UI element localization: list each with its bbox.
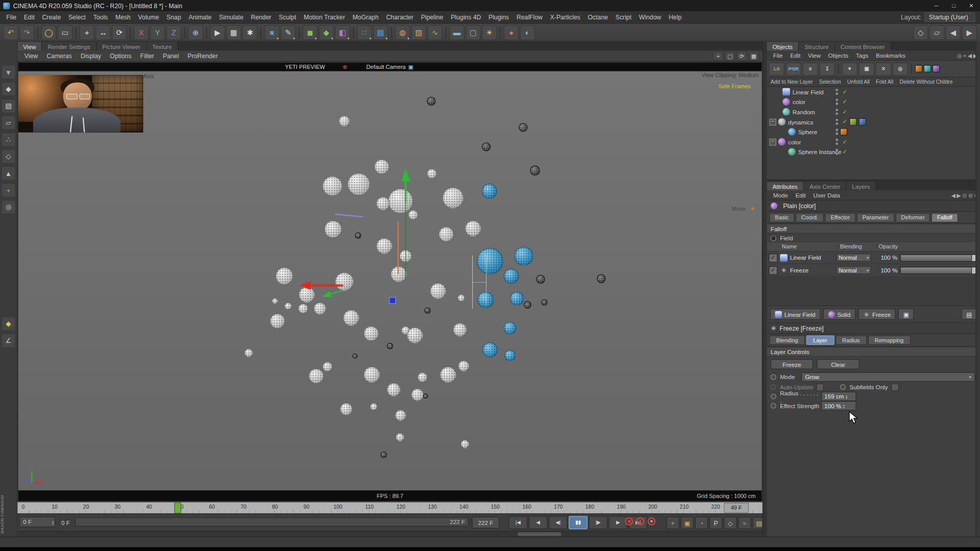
toolbar-hair-icon[interactable]: ∿ <box>428 25 443 40</box>
sphere-object[interactable] <box>439 227 454 241</box>
protection-tag-icon[interactable] <box>933 65 940 72</box>
menu-script[interactable]: Script <box>611 14 635 20</box>
toolbar-lock-y-axis-icon[interactable]: Y <box>150 25 165 40</box>
zoom-view-icon[interactable]: ▢ <box>725 51 735 60</box>
visibility-dots[interactable] <box>836 148 838 155</box>
attr-tab-coord[interactable]: Coord. <box>796 213 824 222</box>
menu-render[interactable]: Render <box>247 14 275 20</box>
play-backward-button[interactable]: ◀ <box>529 516 548 529</box>
expander-icon[interactable]: − <box>769 138 776 145</box>
menu-x-particles[interactable]: X-Particles <box>546 14 584 20</box>
toolbar-environment-icon[interactable]: ◐ <box>520 25 535 40</box>
toolbar-rectangle-selection-icon[interactable]: ▭ <box>58 25 72 40</box>
sphere-object[interactable] <box>374 159 389 174</box>
attr-tab-falloff[interactable]: Falloff <box>932 213 958 222</box>
sphere-object[interactable] <box>504 269 519 284</box>
display-tag-icon[interactable] <box>915 65 923 72</box>
range-end-box[interactable]: 222 F <box>472 517 499 529</box>
freeze-button[interactable]: ✳Freeze <box>858 309 896 320</box>
sphere-object[interactable] <box>514 247 533 266</box>
enable-check-icon[interactable]: ✓ <box>843 119 847 125</box>
freeze-tab-radius[interactable]: Radius <box>836 336 867 345</box>
sphere-object[interactable] <box>541 299 547 306</box>
field-radio-icon[interactable] <box>771 235 776 241</box>
toolbar-live-selection-icon[interactable]: ◯ <box>41 25 56 40</box>
menu-volume[interactable]: Volume <box>134 14 163 20</box>
visibility-dots[interactable] <box>836 119 838 125</box>
attr-back-icon[interactable]: ◀ <box>951 192 955 198</box>
menu-octane[interactable]: Octane <box>584 14 611 20</box>
attributes-menu-edit[interactable]: Edit <box>792 192 810 198</box>
sphere-object[interactable] <box>364 367 380 383</box>
viewport-menu-view[interactable]: View <box>20 53 42 59</box>
toolbar-mograph-cloner-icon[interactable]: ∷▾ <box>357 25 372 40</box>
psr-shortcut-icon[interactable]: PSR <box>786 62 801 76</box>
tree-row-sphere-instance[interactable]: Sphere Instance✓ <box>767 147 980 157</box>
sphere-object[interactable] <box>370 403 378 411</box>
menu-mesh[interactable]: Mesh <box>112 14 135 20</box>
left-workplane-mode-icon[interactable]: ▱ <box>1 116 15 130</box>
freeze-tab-layer[interactable]: Layer <box>806 336 835 345</box>
sphere-object[interactable] <box>323 176 342 196</box>
sphere-object[interactable] <box>299 287 315 303</box>
radius-stepper[interactable]: ▴▾ <box>846 394 847 399</box>
sphere-object[interactable] <box>482 142 491 151</box>
current-state-to-object-icon[interactable]: ▣ <box>859 62 874 76</box>
toolbar-lock-z-axis-icon[interactable]: Z <box>166 25 181 40</box>
sphere-object[interactable] <box>376 238 393 255</box>
left-model-mode-icon[interactable]: ◆ <box>1 82 15 96</box>
left-polygons-mode-icon[interactable]: ▲ <box>1 166 15 181</box>
menu-realflow[interactable]: RealFlow <box>513 14 547 20</box>
menu-window[interactable]: Window <box>635 14 665 20</box>
linear-field-button[interactable]: Linear Field <box>770 309 821 320</box>
clear-action-button[interactable]: Clear <box>817 359 859 369</box>
sphere-object[interactable] <box>325 220 342 238</box>
viewport-3d[interactable]: YETI PREVIEW ⊕ Default Camera ▣ <box>17 62 763 502</box>
drop-to-floor-icon[interactable]: ↧ <box>819 62 835 76</box>
sphere-object[interactable] <box>597 274 605 283</box>
effect-strength-field[interactable]: 100 % ▴▾ <box>821 401 856 410</box>
sphere-object[interactable] <box>536 275 545 284</box>
toolbar-move-tool-icon[interactable]: + <box>80 25 94 40</box>
visibility-dots[interactable] <box>836 139 838 145</box>
previous-frame-button[interactable]: ◀| <box>549 516 568 529</box>
sphere-object[interactable] <box>343 310 359 326</box>
menu-sculpt[interactable]: Sculpt <box>275 14 300 20</box>
objects-add-icon[interactable]: + <box>963 52 966 58</box>
tab-attributes[interactable]: Attributes <box>767 182 803 190</box>
viewport-menu-panel[interactable]: Panel <box>159 53 183 59</box>
sphere-object[interactable] <box>270 314 285 329</box>
left-modeling-settings-icon[interactable]: ∠ <box>1 334 15 348</box>
texture-tag-icon[interactable] <box>924 65 932 72</box>
sphere-object[interactable] <box>510 292 524 306</box>
objects-menu-file[interactable]: File <box>769 52 786 59</box>
sphere-object[interactable] <box>430 283 446 299</box>
make-editable-object-icon[interactable]: ▼ <box>842 62 857 76</box>
menu-animate[interactable]: Animate <box>185 14 215 20</box>
toolbar-fields-icon[interactable]: ▤▾ <box>373 25 388 40</box>
menu-plugins-4d[interactable]: Plugins 4D <box>447 14 485 20</box>
attr-pin-icon[interactable]: ⊙ <box>962 192 967 198</box>
objects-menu-view[interactable]: View <box>804 52 825 59</box>
radius-anim-dot[interactable] <box>771 393 776 399</box>
left-texture-mode-icon[interactable]: ▨ <box>1 98 15 113</box>
menu-simulate[interactable]: Simulate <box>215 14 247 20</box>
menu-pipeline[interactable]: Pipeline <box>418 14 447 20</box>
maximize-button[interactable]: □ <box>945 0 962 11</box>
toolbar-scale-tool-icon[interactable]: ↔ <box>95 25 110 40</box>
sphere-object[interactable] <box>482 342 497 357</box>
toolbar-material-manager-icon[interactable]: ● <box>504 25 519 40</box>
panel-tab-render-settings[interactable]: Render Settings <box>42 42 97 51</box>
tree-row-linear-field[interactable]: Linear Field✓ <box>767 87 980 97</box>
mode-dropdown[interactable]: Grow ▾ <box>801 372 975 382</box>
toolbar-render-view-icon[interactable]: ▶ <box>210 25 225 40</box>
sphere-object[interactable] <box>388 189 413 214</box>
toolbar-bend-deformer-icon[interactable]: ◧▾ <box>335 25 350 40</box>
enable-check-icon[interactable]: ✓ <box>843 109 847 115</box>
toolbar-interface-prev-icon[interactable]: ◀ <box>946 25 961 40</box>
sphere-object[interactable] <box>396 433 404 442</box>
freeze-action-button[interactable]: Freeze <box>771 359 813 369</box>
toolbar-render-to-picture-viewer-icon[interactable]: ▦ <box>226 25 241 40</box>
sphere-object[interactable] <box>427 169 437 179</box>
enable-check-icon[interactable]: ✓ <box>843 148 847 155</box>
